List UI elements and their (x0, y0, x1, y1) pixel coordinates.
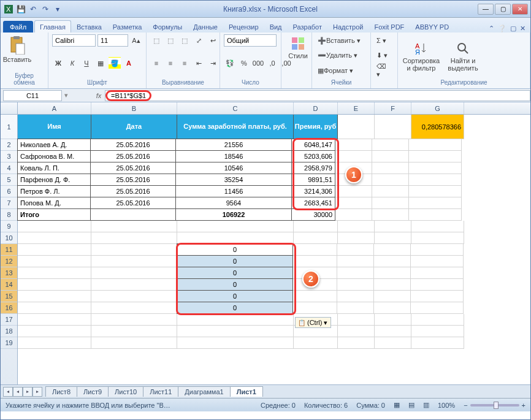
cell[interactable] (337, 302, 374, 314)
cell[interactable] (335, 209, 372, 221)
cell[interactable] (338, 314, 375, 326)
cell[interactable]: 0 (177, 255, 293, 267)
sheet-nav-last[interactable]: ▸ (32, 387, 42, 397)
cell[interactable] (411, 337, 464, 349)
align-middle-icon[interactable]: ⬚ (164, 34, 177, 47)
cell[interactable] (337, 279, 374, 291)
border-button[interactable]: ▦ (94, 57, 107, 69)
minimize-ribbon-icon[interactable]: ⌃ (489, 25, 494, 32)
cell[interactable] (293, 256, 337, 267)
cell[interactable] (372, 197, 409, 209)
cell[interactable] (411, 232, 464, 244)
cell[interactable] (18, 291, 91, 302)
namebox-dropdown-icon[interactable]: ▾ (64, 91, 68, 99)
header-cell[interactable]: Имя (18, 115, 91, 139)
tab-data[interactable]: Данные (188, 20, 223, 32)
cell[interactable] (409, 151, 462, 162)
align-right-icon[interactable]: ≡ (178, 57, 191, 69)
redo-icon[interactable]: ↷ (40, 4, 51, 15)
cell[interactable] (409, 139, 462, 151)
undo-icon[interactable]: ↶ (28, 4, 39, 15)
cell[interactable] (91, 291, 177, 302)
row-header[interactable]: 3 (1, 151, 17, 162)
row-header[interactable]: 17 (1, 314, 17, 326)
sheet-nav-prev[interactable]: ◂ (13, 387, 23, 397)
row-header[interactable]: 10 (1, 232, 17, 244)
sheet-tab[interactable]: Лист10 (108, 386, 143, 397)
cell[interactable]: Николаев А. Д. (17, 139, 91, 151)
cell[interactable] (411, 326, 464, 337)
cell[interactable] (374, 302, 411, 314)
worksheet-grid[interactable]: A B C D E F G 1 2 3 4 5 6 7 8 9 10 11 12… (1, 102, 530, 384)
row-header[interactable]: 6 (1, 186, 17, 197)
cell[interactable] (337, 267, 374, 279)
autosum-icon[interactable]: Σ ▾ (375, 34, 388, 47)
cell[interactable] (374, 291, 411, 302)
zoom-level[interactable]: 100% (438, 402, 455, 409)
cell[interactable] (375, 337, 411, 349)
fx-icon[interactable]: fx (93, 92, 105, 99)
cell[interactable] (18, 221, 91, 232)
cell[interactable]: 21556 (175, 139, 292, 151)
cell[interactable] (411, 314, 464, 326)
col-header-C[interactable]: C (177, 102, 294, 114)
cell[interactable] (91, 221, 177, 232)
bold-button[interactable]: Ж (52, 57, 64, 69)
fill-icon[interactable]: ⬇ ▾ (375, 50, 389, 62)
cell[interactable] (372, 209, 409, 221)
cell[interactable] (409, 162, 462, 174)
cell[interactable] (18, 302, 91, 314)
cell[interactable]: Петров Ф. Л. (17, 185, 91, 197)
number-format-combo[interactable]: Общий (224, 34, 277, 47)
row-header[interactable]: 11 (1, 244, 17, 256)
row-header[interactable]: 12 (1, 256, 17, 267)
cell[interactable] (372, 186, 409, 197)
cell[interactable] (372, 151, 409, 162)
cell-total-C[interactable]: 106922 (175, 208, 292, 221)
cell[interactable]: Сафронова В. М. (17, 150, 91, 162)
formula-bar[interactable]: =B11*$G$1 (105, 90, 530, 101)
cell[interactable] (374, 256, 411, 267)
col-header-E[interactable]: E (338, 102, 375, 114)
cell[interactable] (91, 232, 177, 244)
font-color-button[interactable]: A (123, 57, 135, 69)
row-header[interactable]: 18 (1, 326, 17, 337)
cell[interactable]: 25.05.2016 (90, 162, 176, 174)
tab-addins[interactable]: Надстрой (327, 20, 369, 32)
col-header-D[interactable]: D (294, 102, 338, 114)
cell[interactable] (411, 302, 464, 314)
cell[interactable] (293, 302, 337, 314)
sheet-tab[interactable]: Диаграмма1 (178, 386, 230, 397)
find-select-button[interactable]: Найти и выделить (443, 34, 483, 79)
sheet-nav-first[interactable]: ◂ (3, 387, 13, 397)
cell[interactable]: 25.05.2016 (90, 150, 176, 162)
cell[interactable] (411, 291, 464, 302)
cell[interactable] (338, 115, 375, 139)
sheet-tab[interactable]: Лист11 (143, 386, 178, 397)
row-header[interactable]: 4 (1, 162, 17, 174)
styles-button[interactable]: Стили (285, 34, 311, 62)
cell[interactable]: 35254 (175, 174, 292, 186)
cell[interactable]: 9891,51 (291, 174, 335, 186)
cell[interactable] (375, 326, 411, 337)
cell[interactable] (375, 115, 411, 139)
view-layout-icon[interactable]: ▤ (408, 401, 414, 409)
cell[interactable] (177, 232, 294, 244)
cell[interactable] (91, 326, 177, 337)
row-header[interactable]: 16 (1, 302, 17, 314)
align-top-icon[interactable]: ⬚ (150, 34, 162, 47)
cell[interactable] (91, 244, 177, 256)
cell[interactable] (18, 232, 91, 244)
col-header-B[interactable]: B (91, 102, 177, 114)
orientation-icon[interactable]: ⤢ (193, 34, 205, 47)
cell[interactable] (18, 337, 91, 349)
cell-total-label[interactable]: Итого (17, 208, 91, 221)
cell[interactable]: 2683,451 (291, 197, 335, 209)
fill-color-button[interactable]: 🪣 (109, 57, 121, 69)
sheet-tab-active[interactable]: Лист1 (230, 386, 263, 397)
cell[interactable] (90, 208, 176, 221)
col-header-G[interactable]: G (411, 102, 464, 114)
cell[interactable] (372, 162, 409, 174)
select-all-corner[interactable] (1, 102, 18, 114)
cell[interactable] (337, 244, 374, 256)
